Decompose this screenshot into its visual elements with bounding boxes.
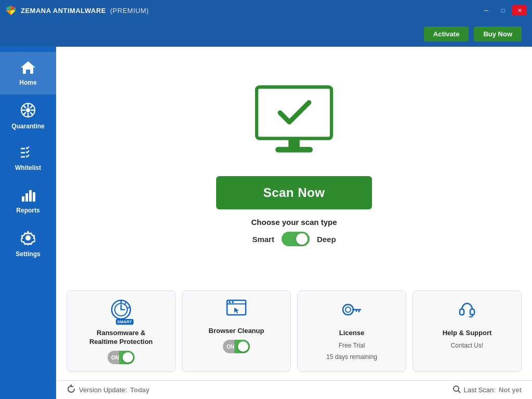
scan-type-section: Choose your scan type Smart Deep [251,218,337,246]
svg-line-13 [30,112,33,115]
sidebar-item-whitelist[interactable]: Whitelist [0,138,56,180]
scan-area: Scan Now Choose your scan type Smart Dee… [56,47,532,290]
browser-toggle-thumb [238,341,248,352]
smart-label: Smart [252,235,274,244]
home-label: Home [19,79,36,86]
window-controls: ─ □ ✕ [479,5,527,16]
whitelist-icon [21,147,35,161]
monitor-graphic [247,81,341,166]
svg-point-39 [343,304,353,315]
content-area: Scan Now Choose your scan type Smart Dee… [56,47,532,399]
svg-marker-4 [6,10,11,15]
svg-rect-20 [25,193,28,202]
ransomware-toggle-label: ON [111,355,119,361]
quarantine-label: Quarantine [11,123,44,130]
svg-point-40 [345,307,351,312]
monitor-svg [247,81,341,164]
license-title: License [339,329,364,338]
titlebar-left: ZEMANA ANTIMALWARE (Premium) [5,5,149,16]
app-logo [5,5,17,16]
header-bar: Activate Buy Now [0,21,532,47]
feature-card-help[interactable]: Help & Support Contact Us! [413,290,522,372]
activate-button[interactable]: Activate [424,26,469,42]
feature-cards: SMART Ransomware &Realtime Protection ON [56,290,532,380]
scan-type-label: Choose your scan type [251,218,337,227]
feature-card-browser[interactable]: Browser Cleanup ON [182,290,291,372]
ransomware-toggle-track: ON [108,351,135,364]
svg-point-46 [454,386,459,391]
svg-marker-5 [21,61,35,74]
smart-badge: SMART [116,319,134,325]
search-icon [453,385,461,395]
reports-label: Reports [16,207,39,214]
version-status: Version Update: Today [66,384,150,396]
app-subtitle: (Premium) [110,7,149,15]
svg-line-12 [23,105,26,108]
browser-toggle-track: ON [223,340,250,353]
svg-rect-27 [275,147,313,153]
feature-card-ransomware[interactable]: SMART Ransomware &Realtime Protection ON [66,290,176,372]
whitelist-label: Whitelist [15,164,41,171]
reports-icon [21,188,35,204]
close-button[interactable]: ✕ [512,5,527,16]
help-title: Help & Support [443,329,492,338]
svg-point-7 [26,108,30,112]
license-sub1: Free Trial [339,342,365,349]
svg-rect-19 [22,196,24,202]
svg-point-38 [232,301,234,303]
help-icon [457,299,477,324]
svg-point-37 [229,301,231,303]
ransomware-toggle[interactable]: ON [108,351,135,364]
version-label: Version Update: [79,386,127,394]
app-title: ZEMANA ANTIMALWARE [21,7,106,15]
license-icon [341,299,362,324]
status-bar: Version Update: Today Last Scan: Not yet [56,380,532,399]
buynow-button[interactable]: Buy Now [474,26,522,42]
toggle-track [282,232,310,246]
sidebar-item-home[interactable]: Home [0,52,56,95]
minimize-button[interactable]: ─ [479,5,494,16]
browser-toggle[interactable]: ON [223,340,250,353]
ransomware-toggle-thumb [123,352,133,363]
last-scan-status: Last Scan: Not yet [453,385,522,395]
main-layout: Home Quarantine [0,47,532,399]
svg-rect-26 [288,139,300,148]
sidebar: Home Quarantine [0,47,56,399]
svg-line-15 [23,112,26,115]
browser-icon [226,299,247,322]
svg-rect-25 [261,91,327,135]
version-value: Today [130,386,150,394]
svg-rect-21 [29,190,32,202]
help-sub1: Contact Us! [451,342,484,349]
svg-marker-3 [11,10,16,15]
scan-now-button[interactable]: Scan Now [216,176,372,209]
last-scan-label: Last Scan: [464,386,496,394]
browser-title: Browser Cleanup [209,327,264,336]
svg-line-14 [30,105,33,108]
maximize-button[interactable]: □ [496,5,510,16]
svg-rect-22 [33,192,35,202]
license-sub2: 15 days remaining [326,353,377,361]
last-scan-value: Not yet [499,386,522,394]
deep-label: Deep [317,235,336,244]
toggle-thumb [296,233,308,245]
feature-card-license[interactable]: License Free Trial 15 days remaining [297,290,406,372]
refresh-icon [66,384,76,396]
sidebar-item-reports[interactable]: Reports [0,180,56,222]
svg-line-47 [458,391,460,393]
scan-toggle-row: Smart Deep [252,232,336,246]
ransomware-title: Ransomware &Realtime Protection [89,329,153,347]
sidebar-item-quarantine[interactable]: Quarantine [0,95,56,138]
browser-toggle-label: ON [227,344,234,350]
settings-icon [21,231,35,247]
settings-label: Settings [16,250,40,258]
svg-point-23 [25,235,31,241]
quarantine-icon [21,103,35,119]
svg-rect-44 [460,309,464,315]
sidebar-item-settings[interactable]: Settings [0,222,56,266]
scan-type-toggle[interactable] [282,232,310,246]
ransomware-icon: SMART [111,299,131,324]
home-icon [21,60,35,76]
svg-line-31 [125,302,126,304]
titlebar: ZEMANA ANTIMALWARE (Premium) ─ □ ✕ [0,0,532,21]
